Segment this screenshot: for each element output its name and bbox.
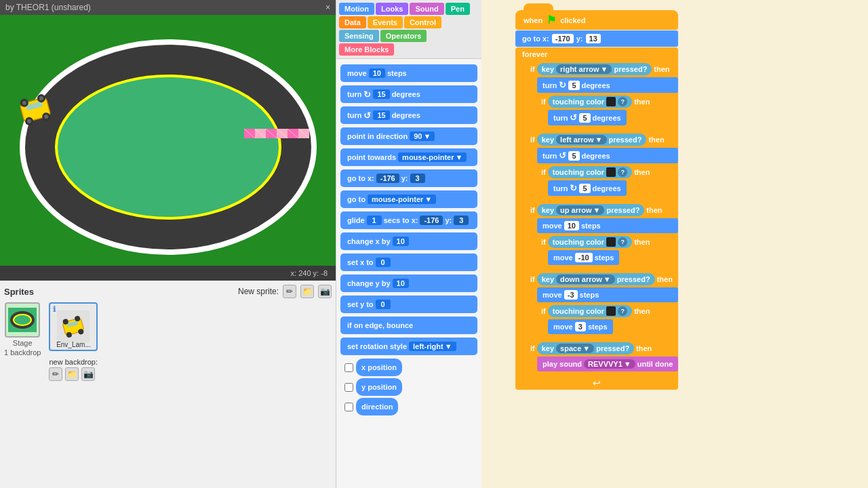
move-neg3-block[interactable]: move -3 steps (537, 287, 678, 302)
cat-looks-btn[interactable]: Looks (376, 3, 408, 15)
question-btn-2[interactable]: ? (618, 167, 627, 177)
cat-operators-btn[interactable]: Operators (380, 30, 427, 42)
if-touching-2-header[interactable]: if touching color ? then (537, 164, 678, 180)
blocks-palette: Motion Looks Sound Pen Data Events Contr… (336, 0, 481, 488)
close-btn[interactable]: × (326, 3, 330, 12)
categories: Motion Looks Sound Pen Data Events Contr… (336, 0, 481, 59)
question-btn-3[interactable]: ? (618, 237, 627, 247)
block-bounce[interactable]: if on edge, bounce (340, 317, 477, 334)
sprites-title: Sprites (4, 287, 34, 297)
camera-backdrop-btn[interactable]: 📷 (81, 367, 95, 381)
block-change-y[interactable]: change y by 10 (340, 274, 477, 292)
down-arrow-dropdown[interactable]: down arrow ▼ (556, 274, 615, 284)
block-point-towards[interactable]: point towards mouse-pointer ▼ (340, 148, 477, 166)
cat-more-btn[interactable]: More Blocks (339, 43, 394, 56)
if-touching-3-header[interactable]: if touching color ? then (537, 234, 678, 250)
turn-ccw5-left-block[interactable]: turn ↺ 5 degrees (537, 148, 678, 163)
backdrop-panel: new backdrop: ✏ 📁 📷 (49, 358, 98, 381)
question-btn-4[interactable]: ? (618, 306, 627, 316)
ccw5-val[interactable]: 5 (579, 113, 590, 123)
block-turn-cw[interactable]: turn ↻ 15 degrees (340, 85, 477, 103)
if-down-header[interactable]: if key down arrow ▼ pressed? then (526, 271, 678, 287)
if-touching-4-body: move 3 steps (548, 319, 678, 336)
stage-sub: 1 backdrop (4, 348, 41, 357)
hat-block-flag[interactable]: when ⚑ clicked (515, 10, 678, 30)
y-position-block: y position (356, 378, 402, 396)
sprite-label-car: Env_Lam... (56, 341, 91, 348)
block-rotation[interactable]: set rotation style left-right ▼ (340, 338, 477, 355)
if-space: if key space ▼ pressed? then (526, 340, 678, 373)
checkbox-y-pos[interactable]: y position (344, 378, 473, 396)
move10-up-block[interactable]: move 10 steps (537, 218, 678, 233)
cat-motion-btn[interactable]: Motion (339, 3, 374, 15)
cat-pen-btn[interactable]: Pen (446, 3, 470, 15)
color-swatch-3[interactable] (606, 237, 616, 247)
if-touching-4-header[interactable]: if touching color ? then (537, 303, 678, 319)
color-swatch-4[interactable] (606, 306, 616, 316)
cat-sensing-btn[interactable]: Sensing (339, 30, 379, 42)
cw5-val[interactable]: 5 (568, 81, 579, 90)
stage-sprite-thumb[interactable] (5, 302, 40, 338)
turn-cw5-block[interactable]: turn ↻ 5 degrees (537, 77, 678, 93)
upload-sprite-btn[interactable]: 📁 (300, 285, 314, 298)
if-space-header[interactable]: if key space ▼ pressed? then (526, 340, 678, 357)
block-move-steps[interactable]: move 10 steps (340, 64, 477, 82)
cat-control-btn[interactable]: Control (404, 16, 441, 28)
color-swatch-1[interactable] (606, 97, 616, 106)
if-right-header[interactable]: if key right arrow ▼ pressed? then (526, 61, 678, 77)
checkboxes: x position y position direction (340, 359, 477, 415)
if-left-header[interactable]: if key left arrow ▼ pressed? then (526, 131, 678, 148)
cat-events-btn[interactable]: Events (368, 16, 403, 28)
y-pos-checkbox[interactable] (344, 383, 353, 392)
move3-block[interactable]: move 3 steps (548, 319, 613, 334)
forever-end: ↩ (515, 376, 678, 390)
checkbox-direction[interactable]: direction (344, 398, 473, 415)
block-turn-ccw[interactable]: turn ↺ 15 degrees (340, 106, 477, 124)
forever-body: if key right arrow ▼ pressed? then (526, 61, 678, 376)
left-arrow-dropdown[interactable]: left arrow ▼ (556, 135, 606, 144)
if-touching-1-header[interactable]: if touching color ? then (537, 94, 678, 110)
block-glide[interactable]: glide 1 secs to x: -176 y: 3 (340, 211, 477, 229)
sound-name-dropdown[interactable]: REVVVY1 ▼ (584, 359, 635, 369)
if-down-arrow: if key down arrow ▼ pressed? then (526, 271, 678, 338)
paint-backdrop-btn[interactable]: ✏ (49, 367, 62, 381)
play-sound-block[interactable]: play sound REVVVY1 ▼ until done (537, 357, 678, 371)
forever-block[interactable]: forever if key right arrow ▼ (515, 47, 678, 390)
stage-label: Stage (13, 339, 33, 347)
block-go-to-mp[interactable]: go to mouse-pointer ▼ (340, 190, 477, 208)
direction-checkbox[interactable] (344, 403, 353, 411)
move-neg10-block[interactable]: move -10 steps (548, 250, 619, 265)
cat-data-btn[interactable]: Data (339, 16, 366, 28)
block-set-x[interactable]: set x to 0 (340, 253, 477, 271)
block-point-dir[interactable]: point in direction 90 ▼ (340, 127, 477, 145)
space-dropdown[interactable]: space ▼ (556, 344, 594, 353)
main-script: when ⚑ clicked go to x: -170 y: 13 forev… (515, 10, 678, 390)
right-arrow-dropdown[interactable]: right arrow ▼ (556, 64, 612, 74)
block-go-to-xy[interactable]: go to x: -176 y: 3 (340, 169, 477, 187)
cat-sound-btn[interactable]: Sound (410, 3, 443, 15)
up-arrow-dropdown[interactable]: up arrow ▼ (556, 205, 604, 215)
block-change-x[interactable]: change x by 10 (340, 232, 477, 250)
goto-x-val[interactable]: -170 (552, 34, 574, 43)
scripts-area: when ⚑ clicked go to x: -170 y: 13 forev… (481, 0, 868, 488)
turn-ccw5-block[interactable]: turn ↺ 5 degrees (548, 110, 627, 125)
x-pos-checkbox[interactable] (344, 363, 353, 372)
if-up-header[interactable]: if key up arrow ▼ pressed? then (526, 202, 678, 218)
sprite-item-car[interactable]: ℹ Env_Lam... (49, 302, 98, 351)
if-space-body: play sound REVVVY1 ▼ until done (537, 357, 678, 373)
checkbox-x-pos[interactable]: x position (344, 359, 473, 376)
paint-sprite-btn[interactable]: ✏ (283, 285, 296, 298)
backdrop-icons: ✏ 📁 📷 (49, 367, 98, 381)
upload-backdrop-btn[interactable]: 📁 (65, 367, 79, 381)
sprites-header: Sprites New sprite: ✏ 📁 📷 (4, 285, 332, 298)
x-position-block: x position (356, 359, 402, 376)
goto-y-val[interactable]: 13 (586, 34, 601, 43)
scripts-canvas: when ⚑ clicked go to x: -170 y: 13 forev… (481, 0, 868, 488)
turn-cw5-right-block[interactable]: turn ↻ 5 degrees (548, 180, 627, 196)
question-btn-1[interactable]: ? (618, 97, 627, 106)
block-set-y[interactable]: set y to 0 (340, 296, 477, 313)
color-swatch-2[interactable] (606, 167, 616, 177)
if-touching-4: if touching color ? then (537, 303, 678, 336)
goto-xy-block[interactable]: go to x: -170 y: 13 (515, 30, 678, 47)
camera-sprite-btn[interactable]: 📷 (318, 285, 332, 298)
